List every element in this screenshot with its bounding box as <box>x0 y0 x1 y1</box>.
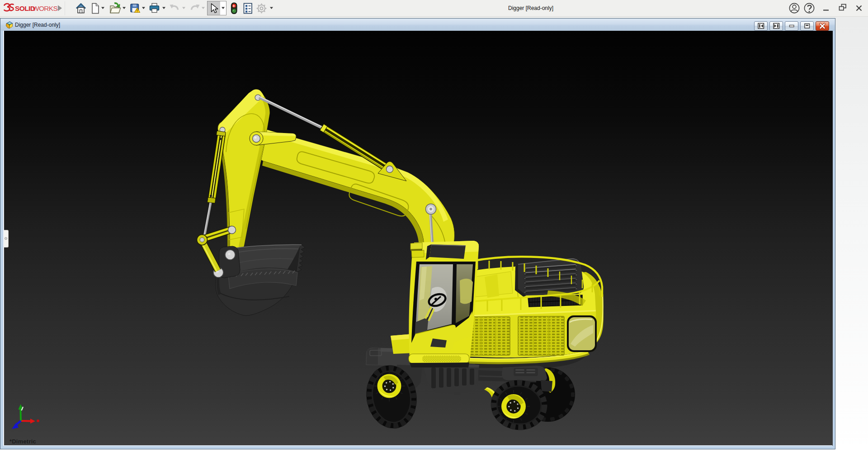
svg-text:WORKS: WORKS <box>33 5 57 12</box>
